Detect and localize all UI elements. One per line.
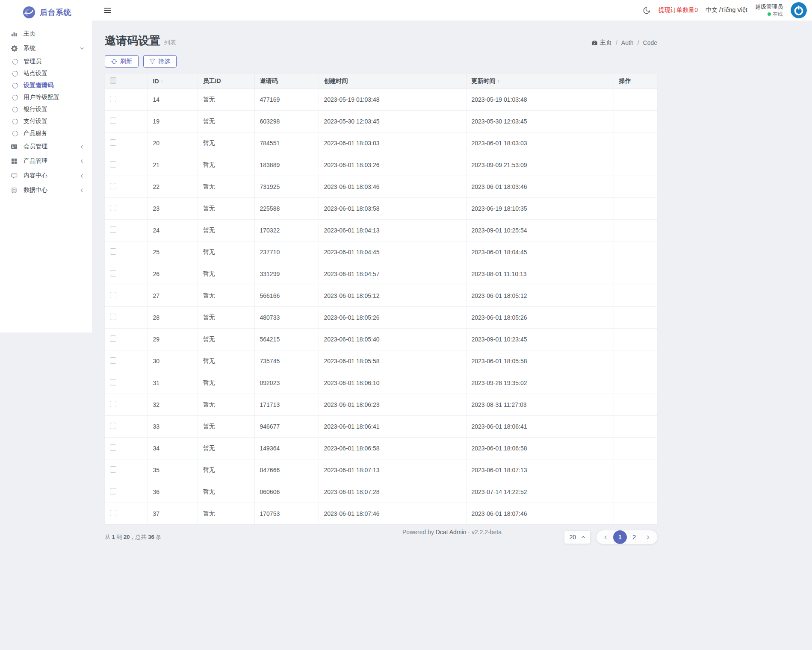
sidebar-subitem-admins[interactable]: 管理员 — [0, 56, 92, 68]
user-avatar[interactable] — [791, 2, 807, 18]
dark-mode-moon-icon[interactable] — [643, 6, 651, 15]
header-cell-id[interactable]: ID↑ — [148, 74, 198, 89]
sidebar-item-members[interactable]: 会员管理 — [0, 139, 92, 154]
row-checkbox[interactable] — [110, 466, 116, 473]
sidebar-item-label: 内容中心 — [24, 172, 47, 179]
cell-select — [105, 481, 148, 503]
brand-logo-icon — [23, 6, 35, 18]
refresh-icon — [111, 59, 117, 65]
row-checkbox[interactable] — [110, 226, 116, 233]
cell-select — [105, 350, 148, 372]
row-checkbox[interactable] — [110, 510, 116, 516]
row-checkbox[interactable] — [110, 357, 116, 364]
row-checkbox[interactable] — [110, 161, 116, 168]
cell-code: 170322 — [254, 220, 319, 241]
sidebar-subitem-site-settings[interactable]: 站点设置 — [0, 68, 92, 79]
select-all-checkbox[interactable] — [110, 77, 116, 84]
row-checkbox[interactable] — [110, 423, 116, 429]
cell-updated-at: 2023-09-28 19:35:02 — [466, 372, 614, 394]
row-checkbox[interactable] — [110, 314, 116, 320]
cell-actions — [614, 372, 657, 394]
cell-select — [105, 307, 148, 329]
table-row: 30暂无7357452023-06-01 18:05:582023-06-01 … — [105, 350, 657, 372]
cell-id: 28 — [148, 307, 198, 329]
cell-id: 29 — [148, 329, 198, 350]
cell-updated-at: 2023-09-01 10:23:45 — [466, 329, 614, 350]
sidebar-item-content-center[interactable]: 内容中心 — [0, 168, 92, 183]
cell-created-at: 2023-06-01 18:07:13 — [319, 459, 466, 481]
main-content: 邀请码设置 列表 主页 / Auth / Code — [105, 21, 657, 544]
cell-created-at: 2023-06-01 18:03:58 — [319, 198, 466, 220]
cell-code: 047666 — [254, 459, 319, 481]
circle-icon — [12, 83, 18, 88]
cell-updated-at: 2023-06-01 18:06:58 — [466, 438, 614, 459]
cell-created-at: 2023-06-01 18:06:58 — [319, 438, 466, 459]
cell-select — [105, 132, 148, 154]
row-checkbox[interactable] — [110, 96, 116, 102]
cell-updated-at: 2023-06-01 18:07:13 — [466, 459, 614, 481]
user-menu[interactable]: 超级管理员 在线 — [755, 3, 783, 18]
sidebar-subitem-label: 支付设置 — [24, 118, 47, 125]
gear-icon — [10, 45, 18, 52]
sidebar-subitem-product-service[interactable]: 产品服务 — [0, 127, 92, 139]
sidebar-subitem-invite-code[interactable]: 设置邀请码 — [0, 79, 92, 91]
dcat-admin-link[interactable]: Dcat Admin — [436, 529, 467, 535]
cell-actions — [614, 307, 657, 329]
sidebar-item-data-center[interactable]: 数据中心 — [0, 183, 92, 197]
cell-code: 149364 — [254, 438, 319, 459]
table-row: 19暂无6032982023-05-30 12:03:452023-05-30 … — [105, 111, 657, 132]
brand-logo[interactable]: 后台系统 — [0, 0, 92, 25]
cell-id: 25 — [148, 241, 198, 263]
withdraw-orders-label: 提现订单数量 — [658, 6, 694, 13]
row-checkbox[interactable] — [110, 118, 116, 124]
sidebar-item-system[interactable]: 系统 — [0, 41, 92, 56]
sidebar-subitem-label: 站点设置 — [24, 70, 47, 77]
row-checkbox[interactable] — [110, 335, 116, 342]
withdraw-orders-badge[interactable]: 提现订单数量0 — [658, 6, 698, 14]
cell-id: 32 — [148, 394, 198, 416]
cell-id: 37 — [148, 503, 198, 525]
cell-actions — [614, 111, 657, 132]
sidebar-item-label: 主页 — [24, 30, 35, 38]
row-checkbox[interactable] — [110, 379, 116, 385]
sidebar-subitem-payment-settings[interactable]: 支付设置 — [0, 115, 92, 127]
cell-select — [105, 416, 148, 438]
cell-updated-at: 2023-06-01 18:04:45 — [466, 241, 614, 263]
table-row: 26暂无3312992023-06-01 18:04:572023-08-01 … — [105, 263, 657, 285]
page-header: 邀请码设置 列表 主页 / Auth / Code — [105, 33, 657, 48]
row-checkbox[interactable] — [110, 401, 116, 407]
row-checkbox[interactable] — [110, 183, 116, 189]
table-row: 36暂无0606062023-06-01 18:07:282023-07-14 … — [105, 481, 657, 503]
row-checkbox[interactable] — [110, 205, 116, 211]
cell-select — [105, 154, 148, 176]
row-checkbox[interactable] — [110, 292, 116, 298]
row-checkbox[interactable] — [110, 270, 116, 276]
language-switcher[interactable]: 中文 /Tiếng Việt — [706, 6, 747, 14]
cell-created-at: 2023-06-01 18:04:57 — [319, 263, 466, 285]
cell-code: 183889 — [254, 154, 319, 176]
sidebar-item-products[interactable]: 产品管理 — [0, 154, 92, 168]
cell-select — [105, 329, 148, 350]
chevron-left-icon — [80, 188, 84, 193]
header-cell-updated_at[interactable]: 更新时间↑ — [466, 74, 614, 89]
sidebar-item-home[interactable]: 主页 — [0, 26, 92, 41]
cell-staff-id: 暂无 — [198, 307, 254, 329]
refresh-button[interactable]: 刷新 — [105, 55, 139, 68]
sidebar-subitem-bank-settings[interactable]: 银行设置 — [0, 103, 92, 115]
cell-updated-at: 2023-06-01 18:05:26 — [466, 307, 614, 329]
row-checkbox[interactable] — [110, 488, 116, 494]
row-checkbox[interactable] — [110, 248, 116, 255]
sidebar-toggle-button[interactable] — [101, 5, 114, 15]
table-row: 21暂无1838892023-06-01 18:03:262023-09-09 … — [105, 154, 657, 176]
filter-button[interactable]: 筛选 — [143, 55, 177, 68]
id-card-icon — [10, 143, 18, 150]
header-label: 更新时间 — [472, 77, 496, 84]
row-checkbox[interactable] — [110, 444, 116, 451]
withdraw-orders-count: 0 — [694, 6, 698, 13]
breadcrumb-home[interactable]: 主页 — [591, 39, 612, 47]
row-checkbox[interactable] — [110, 139, 116, 146]
cell-staff-id: 暂无 — [198, 111, 254, 132]
table-row: 29暂无5642152023-06-01 18:05:402023-09-01 … — [105, 329, 657, 350]
sidebar-subitem-user-level[interactable]: 用户等级配置 — [0, 91, 92, 103]
cell-select — [105, 241, 148, 263]
